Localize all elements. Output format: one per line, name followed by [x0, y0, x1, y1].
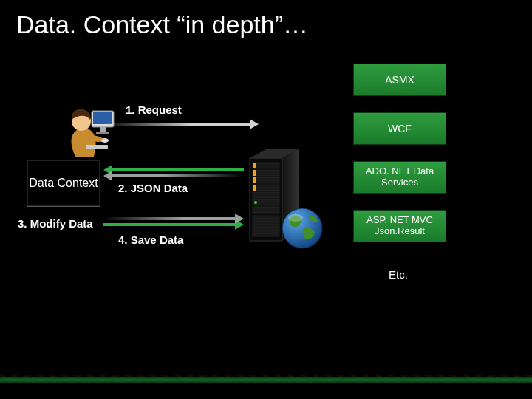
svg-rect-2 [100, 127, 106, 132]
svg-point-22 [254, 201, 257, 204]
service-ado: ADO. NET Data Services [353, 161, 446, 194]
step-request-label: 1. Request [126, 103, 182, 116]
arrow-json-shadow [103, 174, 244, 177]
svg-rect-14 [253, 192, 279, 198]
svg-point-29 [282, 208, 322, 248]
arrow-request [103, 123, 259, 126]
person-icon [53, 93, 120, 160]
svg-rect-6 [86, 145, 108, 149]
step-save-label: 4. Save Data [118, 233, 183, 246]
svg-rect-10 [253, 163, 279, 168]
step-json-label: 2. JSON Data [118, 182, 188, 194]
svg-rect-13 [253, 185, 279, 191]
service-asmx: ASMX [353, 64, 446, 96]
svg-rect-20 [253, 177, 256, 183]
service-etc: Etc. [389, 268, 408, 281]
arrow-save-shadow [103, 217, 244, 220]
svg-point-30 [288, 214, 303, 222]
globe-icon [281, 207, 324, 250]
svg-rect-12 [253, 177, 279, 183]
svg-point-4 [101, 138, 109, 143]
svg-rect-19 [253, 170, 256, 176]
svg-rect-3 [96, 132, 109, 134]
step-modify-label: 3. Modify Data [18, 217, 93, 230]
service-mvc: ASP. NET MVC Json.Result [353, 210, 446, 242]
arrow-save [103, 223, 244, 226]
svg-rect-21 [253, 185, 256, 191]
arrow-json [103, 168, 244, 171]
svg-rect-18 [253, 163, 256, 168]
svg-rect-16 [253, 207, 279, 213]
diagram-stage: Data Context ASMX WCF ADO. NET Data Serv… [0, 59, 532, 369]
data-context-box: Data Context [27, 160, 100, 207]
service-wcf: WCF [353, 112, 446, 145]
svg-rect-11 [253, 170, 279, 176]
slide-title: Data. Context “in depth”… [16, 10, 308, 39]
footer-stripe [0, 377, 532, 383]
